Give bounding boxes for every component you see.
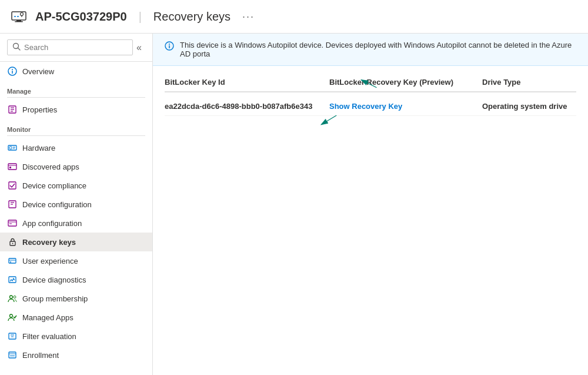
managed-apps-icon <box>7 312 18 323</box>
filter-evaluation-icon <box>7 331 18 341</box>
sidebar-item-discovered-apps[interactable]: Discovered apps <box>0 157 152 176</box>
svg-rect-24 <box>8 220 16 226</box>
hardware-icon <box>7 142 18 153</box>
col-header-drive-type: Drive Type <box>482 78 576 87</box>
device-name: AP-5CG03729P0 <box>35 10 127 24</box>
sidebar-item-overview[interactable]: Overview <box>0 62 152 81</box>
discovered-apps-icon <box>7 161 18 172</box>
hardware-label: Hardware <box>22 144 55 152</box>
overview-icon <box>7 66 18 77</box>
svg-point-44 <box>169 44 170 45</box>
properties-label: Properties <box>22 105 57 114</box>
svg-point-3 <box>21 13 24 16</box>
svg-point-31 <box>10 261 11 263</box>
svg-point-8 <box>12 69 13 70</box>
sidebar-item-device-compliance[interactable]: Device compliance <box>0 176 152 195</box>
svg-point-33 <box>10 296 13 298</box>
svg-rect-19 <box>9 167 11 168</box>
table-header: BitLocker Key Id BitLocker Recovery Key … <box>165 78 576 92</box>
filter-evaluation-label: Filter evaluation <box>22 332 76 341</box>
device-diagnostics-label: Device diagnostics <box>22 276 86 284</box>
discovered-apps-label: Discovered apps <box>22 162 79 171</box>
svg-line-5 <box>18 48 21 51</box>
device-compliance-icon <box>7 180 18 191</box>
svg-point-35 <box>10 314 13 317</box>
svg-rect-14 <box>9 147 12 149</box>
more-options-button[interactable]: ··· <box>242 11 255 23</box>
svg-rect-20 <box>9 182 16 189</box>
bitlocker-key-id: ea22dcda-d6c6-4898-bbb0-b087afb6e343 <box>165 102 329 111</box>
svg-rect-2 <box>15 21 23 22</box>
show-recovery-key-cell: Show Recovery Key <box>329 102 482 111</box>
svg-rect-36 <box>9 333 16 339</box>
sidebar-item-device-configuration[interactable]: Device configuration <box>0 195 152 214</box>
properties-icon <box>7 104 18 115</box>
svg-point-34 <box>14 296 16 298</box>
app-configuration-label: App configuration <box>22 219 82 228</box>
page-header: AP-5CG03729P0 | Recovery keys ··· <box>0 0 588 34</box>
info-banner: This device is a Windows Autopilot devic… <box>153 34 588 66</box>
manage-section-label: Manage <box>0 81 152 97</box>
main-layout: « Overview Manage Properties Monitor Har <box>0 34 588 375</box>
enrollment-icon <box>7 350 18 360</box>
search-icon <box>12 42 21 52</box>
search-container: « <box>0 34 152 62</box>
device-configuration-icon <box>7 199 18 210</box>
group-membership-icon <box>7 293 18 304</box>
sidebar-item-user-experience[interactable]: User experience <box>0 251 152 270</box>
managed-apps-label: Managed Apps <box>22 313 74 322</box>
sidebar-item-managed-apps[interactable]: Managed Apps <box>0 308 152 327</box>
show-recovery-key-link[interactable]: Show Recovery Key <box>329 102 402 111</box>
sidebar-item-hardware[interactable]: Hardware <box>0 138 152 157</box>
page-title: Recovery keys <box>153 10 230 24</box>
sidebar-item-app-configuration[interactable]: App configuration <box>0 214 152 233</box>
svg-rect-17 <box>8 164 16 170</box>
info-icon <box>165 41 174 53</box>
table-container: BitLocker Key Id BitLocker Recovery Key … <box>153 66 588 128</box>
monitor-section-label: Monitor <box>0 119 152 135</box>
col-header-recovery-key: BitLocker Recovery Key (Preview) <box>329 78 482 87</box>
col-header-key-id: BitLocker Key Id <box>165 78 329 87</box>
svg-rect-1 <box>16 20 21 21</box>
svg-rect-39 <box>9 352 16 358</box>
sidebar-item-recovery-keys[interactable]: Recovery keys <box>0 233 152 251</box>
search-wrapper[interactable] <box>7 39 133 55</box>
content-area: This device is a Windows Autopilot devic… <box>153 34 588 375</box>
table-row: ea22dcda-d6c6-4898-bbb0-b087afb6e343 Sho… <box>165 97 576 116</box>
device-diagnostics-icon <box>7 274 18 285</box>
sidebar-item-filter-evaluation[interactable]: Filter evaluation <box>0 327 152 346</box>
info-banner-text: This device is a Windows Autopilot devic… <box>180 41 576 58</box>
overview-label: Overview <box>22 67 54 76</box>
group-membership-label: Group membership <box>22 294 88 303</box>
svg-rect-0 <box>12 12 26 20</box>
svg-rect-32 <box>9 277 16 283</box>
header-divider: | <box>139 10 142 24</box>
app-configuration-icon <box>7 218 18 228</box>
enrollment-label: Enrollment <box>22 351 59 360</box>
device-compliance-label: Device compliance <box>22 181 86 190</box>
recovery-keys-icon <box>7 237 18 247</box>
device-configuration-label: Device configuration <box>22 200 92 209</box>
collapse-button[interactable]: « <box>133 41 145 54</box>
sidebar-item-properties[interactable]: Properties <box>0 100 152 119</box>
sidebar-item-enrollment[interactable]: Enrollment <box>0 346 152 364</box>
search-input[interactable] <box>24 43 128 52</box>
sidebar-item-device-diagnostics[interactable]: Device diagnostics <box>0 270 152 289</box>
sidebar-item-group-membership[interactable]: Group membership <box>0 289 152 308</box>
sidebar: « Overview Manage Properties Monitor Har <box>0 34 153 375</box>
user-experience-icon <box>7 255 18 266</box>
svg-rect-29 <box>9 258 16 263</box>
recovery-keys-label: Recovery keys <box>22 238 76 247</box>
user-experience-label: User experience <box>22 257 78 266</box>
svg-point-28 <box>12 243 14 244</box>
drive-type-cell: Operating system drive <box>482 102 576 111</box>
device-icon <box>9 7 28 26</box>
